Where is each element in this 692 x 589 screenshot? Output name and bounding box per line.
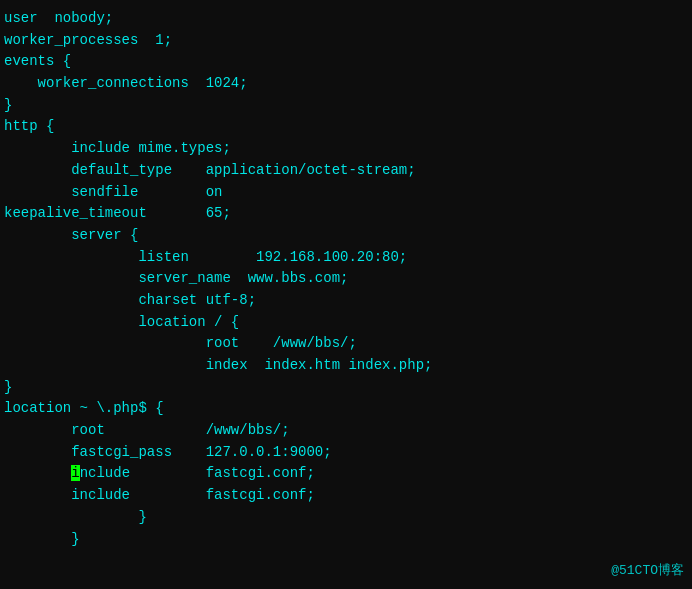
code-line: } xyxy=(4,529,688,551)
code-line: events { xyxy=(4,51,688,73)
code-line: fastcgi_pass 127.0.0.1:9000; xyxy=(4,442,688,464)
code-line: worker_processes 1; xyxy=(4,30,688,52)
code-line: server { xyxy=(4,225,688,247)
cursor-highlight: i xyxy=(71,465,79,481)
code-line: include fastcgi.conf; xyxy=(4,463,688,485)
code-content: user nobody;worker_processes 1;events { … xyxy=(4,8,688,550)
watermark: @51CTO博客 xyxy=(611,561,684,579)
code-line: charset utf-8; xyxy=(4,290,688,312)
code-line: root /www/bbs/; xyxy=(4,333,688,355)
code-editor: user nobody;worker_processes 1;events { … xyxy=(0,0,692,589)
code-line: root /www/bbs/; xyxy=(4,420,688,442)
code-line: include fastcgi.conf; xyxy=(4,485,688,507)
code-line: include mime.types; xyxy=(4,138,688,160)
code-line: sendfile on xyxy=(4,182,688,204)
code-line: server_name www.bbs.com; xyxy=(4,268,688,290)
code-line: listen 192.168.100.20:80; xyxy=(4,247,688,269)
code-line: } xyxy=(4,95,688,117)
code-line: location / { xyxy=(4,312,688,334)
code-line: index index.htm index.php; xyxy=(4,355,688,377)
code-line: } xyxy=(4,507,688,529)
code-line: worker_connections 1024; xyxy=(4,73,688,95)
code-line: user nobody; xyxy=(4,8,688,30)
code-line: location ~ \.php$ { xyxy=(4,398,688,420)
code-line: http { xyxy=(4,116,688,138)
code-line: } xyxy=(4,377,688,399)
code-line: keepalive_timeout 65; xyxy=(4,203,688,225)
code-line: default_type application/octet-stream; xyxy=(4,160,688,182)
